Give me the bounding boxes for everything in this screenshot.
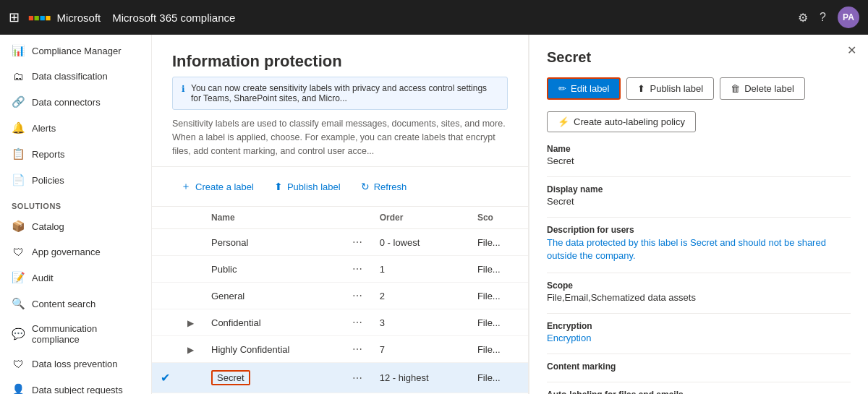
audit-icon: 📝 (12, 271, 25, 284)
info-icon: ℹ (182, 84, 185, 94)
row-menu-icon[interactable]: ⋯ (352, 236, 362, 248)
table-row-secret[interactable]: ✔ Secret ⋯ 12 - highest File... (152, 363, 528, 393)
row-check-cell: ✔ (152, 363, 179, 393)
right-panel: ✕ Secret ✏ Edit label ⬆ Publish label 🗑 … (528, 35, 868, 394)
sidebar-item-label: Data classification (32, 71, 108, 82)
row-menu-icon[interactable]: ⋯ (352, 372, 362, 384)
row-menu-cell[interactable]: ⋯ (344, 309, 371, 336)
create-label-button[interactable]: ＋ Create a label (172, 176, 263, 197)
sidebar-item-data-loss-prevention[interactable]: 🛡 Data loss prevention (0, 351, 151, 377)
sidebar-item-label: Reports (32, 149, 65, 160)
catalog-icon: 📦 (12, 220, 25, 233)
row-check-cell (152, 336, 179, 363)
checkmark-icon: ✔ (161, 372, 170, 384)
row-order-cell: 1 (371, 256, 469, 283)
sidebar-item-compliance-manager[interactable]: 📊 Compliance Manager (0, 38, 151, 64)
row-menu-cell[interactable]: ⋯ (344, 256, 371, 283)
solutions-section-label: Solutions (0, 193, 151, 213)
sidebar-item-content-search[interactable]: 🔍 Content search (0, 291, 151, 317)
publish-label-button[interactable]: ⬆ Publish label (626, 77, 714, 100)
sidebar-item-data-connectors[interactable]: 🔗 Data connectors (0, 89, 151, 115)
expand-icon[interactable]: ▶ (187, 345, 194, 355)
edit-label-button[interactable]: ✏ Edit label (547, 77, 621, 100)
sidebar-item-data-subject-requests[interactable]: 👤 Data subject requests (0, 377, 151, 394)
scope-label: Scope (547, 280, 851, 291)
publish-label-button[interactable]: ⬆ Publish label (265, 176, 349, 197)
communication-compliance-icon: 💬 (12, 327, 25, 341)
divider (547, 313, 851, 314)
row-menu-icon[interactable]: ⋯ (352, 317, 362, 328)
create-auto-labeling-button[interactable]: ⚡ Create auto-labeling policy (547, 111, 696, 132)
table-row[interactable]: General ⋯ 2 File... (152, 283, 528, 309)
row-menu-cell[interactable]: ⋯ (344, 229, 371, 256)
create-label-text: Create a label (195, 181, 254, 192)
topbar-logo: ■■■■ Microsoft (28, 12, 101, 24)
settings-icon[interactable]: ⚙ (798, 11, 808, 25)
sidebar-item-app-governance[interactable]: 🛡 App governance (0, 239, 151, 265)
table-container: Name Order Sco Personal ⋯ 0 - lowest (152, 207, 528, 394)
sidebar-item-label: Data subject requests (32, 385, 123, 395)
content-marking-label: Content marking (547, 361, 851, 372)
row-menu-cell[interactable]: ⋯ (344, 363, 371, 393)
row-name-cell: Public (203, 256, 344, 283)
sidebar-item-reports[interactable]: 📋 Reports (0, 141, 151, 167)
row-menu-icon[interactable]: ⋯ (352, 343, 362, 355)
sidebar-item-alerts[interactable]: 🔔 Alerts (0, 115, 151, 141)
panel-section-content-marking: Content marking (547, 361, 851, 372)
sidebar-item-communication-compliance[interactable]: 💬 Communication compliance (0, 317, 151, 351)
row-expand-cell (179, 229, 203, 256)
sidebar-item-audit[interactable]: 📝 Audit (0, 265, 151, 291)
row-expand-cell[interactable]: ▶ (179, 336, 203, 363)
grid-icon[interactable]: ⊞ (9, 9, 20, 25)
sidebar-item-label: Catalog (32, 221, 64, 232)
row-name-cell: Personal (203, 229, 344, 256)
table-row[interactable]: ▶ Highly Confidential ⋯ 7 File... (152, 336, 528, 363)
col-expand (179, 207, 203, 229)
sidebar-item-label: Alerts (32, 123, 56, 134)
expand-icon[interactable]: ▶ (187, 318, 194, 328)
avatar[interactable]: PA (838, 7, 859, 28)
scope-value: File,Email,Schematized data assets (547, 292, 851, 303)
auto-label-icon: ⚡ (558, 116, 569, 127)
row-menu-icon[interactable]: ⋯ (352, 290, 362, 301)
delete-label-button[interactable]: 🗑 Delete label (720, 77, 805, 100)
col-order: Order (371, 207, 469, 229)
panel-section-scope: Scope File,Email,Schematized data assets (547, 280, 851, 303)
row-menu-icon[interactable]: ⋯ (352, 263, 362, 275)
display-name-label: Display name (547, 184, 851, 194)
sidebar-item-catalog[interactable]: 📦 Catalog (0, 213, 151, 239)
row-scope-cell: File... (469, 283, 528, 309)
ms-logo-text: Microsoft (56, 12, 101, 24)
table-row[interactable]: Public ⋯ 1 File... (152, 256, 528, 283)
row-expand-cell[interactable]: ▶ (179, 309, 203, 336)
table-row[interactable]: Personal ⋯ 0 - lowest File... (152, 229, 528, 256)
panel-section-name: Name Secret (547, 144, 851, 166)
row-order-cell: 3 (371, 309, 469, 336)
sidebar-item-data-classification[interactable]: 🗂 Data classification (0, 64, 151, 89)
publish-icon: ⬆ (637, 83, 645, 94)
row-order-cell: 7 (371, 336, 469, 363)
secret-name: Secret (211, 370, 250, 385)
panel-actions: ✏ Edit label ⬆ Publish label 🗑 Delete la… (547, 77, 851, 100)
row-scope-cell: File... (469, 336, 528, 363)
help-icon[interactable]: ? (820, 11, 826, 24)
policies-icon: 📄 (12, 174, 25, 187)
panel-close-button[interactable]: ✕ (847, 43, 856, 57)
row-menu-cell[interactable]: ⋯ (344, 283, 371, 309)
row-menu-cell[interactable]: ⋯ (344, 336, 371, 363)
data-classification-icon: 🗂 (12, 70, 25, 82)
row-expand-cell (179, 283, 203, 309)
col-name: Name (203, 207, 344, 229)
refresh-button[interactable]: ↻ Refresh (352, 176, 416, 197)
col-check (152, 207, 179, 229)
panel-section-encryption: Encryption Encryption (547, 321, 851, 343)
panel-title: Secret (547, 49, 851, 66)
sidebar-item-policies[interactable]: 📄 Policies (0, 167, 151, 193)
reports-icon: 📋 (12, 147, 25, 160)
table-row[interactable]: ▶ Confidential ⋯ 3 File... (152, 309, 528, 336)
refresh-text: Refresh (374, 181, 407, 192)
toolbar: ＋ Create a label ⬆ Publish label ↻ Refre… (152, 167, 528, 207)
topbar-title: Microsoft 365 compliance (112, 12, 235, 24)
encryption-value[interactable]: Encryption (547, 333, 851, 343)
sidebar-item-label: Data loss prevention (32, 359, 118, 369)
